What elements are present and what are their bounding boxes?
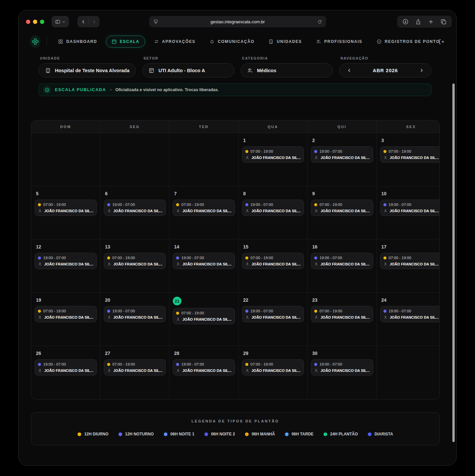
legend-color-dot	[324, 432, 327, 436]
shift-time: 07:00 - 19:00	[43, 309, 66, 313]
day-number: 23	[312, 297, 373, 303]
page-settings-icon[interactable]	[153, 19, 158, 24]
shift-event-card[interactable]: 19:00 - 07:00JOÃO FRANCISCO DA SIL...	[173, 359, 235, 376]
day-cell-8[interactable]: 819:00 - 07:00JOÃO FRANCISCO DA SIL...	[239, 186, 308, 239]
person-icon	[38, 262, 42, 266]
shift-event-card[interactable]: 07:00 - 19:00JOÃO FRANCISCO DA SIL...	[311, 200, 373, 216]
shift-event-card[interactable]: 07:00 - 19:00JOÃO FRANCISCO DA SIL...	[311, 306, 373, 322]
day-number: 10	[381, 191, 440, 196]
shift-event-card[interactable]: 19:00 - 07:00JOÃO FRANCISCO DA SIL...	[173, 253, 235, 269]
shift-event-card[interactable]: 07:00 - 19:00JOÃO FRANCISCO DA SIL...	[242, 359, 304, 376]
day-cell-5[interactable]: 507:00 - 19:00JOÃO FRANCISCO DA SIL...	[31, 186, 101, 239]
shift-event-card[interactable]: 19:00 - 07:00JOÃO FRANCISCO DA SIL...	[35, 253, 97, 269]
day-cell-17[interactable]: 1707:00 - 19:00JOÃO FRANCISCO DA SIL...	[377, 239, 440, 293]
nav-item-aprovacoes[interactable]: APROVAÇÕES	[148, 36, 201, 47]
shift-event-card[interactable]: 19:00 - 07:00JOÃO FRANCISCO DA SIL...	[311, 146, 373, 163]
forward-icon[interactable]	[89, 16, 99, 27]
shift-event-card[interactable]: 07:00 - 19:00JOÃO FRANCISCO DA SIL...	[173, 200, 235, 216]
day-cell-26[interactable]: 2619:00 - 07:00JOÃO FRANCISCO DA SIL...	[31, 346, 101, 399]
nav-item-comunicacao[interactable]: COMUNICAÇÃO	[204, 36, 260, 47]
day-cell-19[interactable]: 1907:00 - 19:00JOÃO FRANCISCO DA SIL...	[31, 293, 101, 346]
day-cell-24[interactable]: 2419:00 - 07:00JOÃO FRANCISCO DA SIL...	[377, 293, 440, 346]
shift-event-card[interactable]: 07:00 - 19:00JOÃO FRANCISCO DA SIL...	[380, 253, 440, 269]
shift-event-card[interactable]: 19:00 - 07:00JOÃO FRANCISCO DA SIL...	[311, 359, 373, 376]
minimize-window-button[interactable]	[33, 20, 37, 24]
shift-event-card[interactable]: 19:00 - 07:00JOÃO FRANCISCO DA SIL...	[104, 200, 166, 216]
shift-event-card[interactable]: 07:00 - 19:00JOÃO FRANCISCO DA SIL...	[104, 253, 166, 269]
day-cell-13[interactable]: 1307:00 - 19:00JOÃO FRANCISCO DA SIL...	[101, 239, 170, 293]
calendar-icon	[112, 39, 117, 44]
person-icon	[383, 209, 387, 213]
day-cell-23[interactable]: 2307:00 - 19:00JOÃO FRANCISCO DA SIL...	[308, 293, 377, 346]
day-cell-3[interactable]: 307:00 - 19:00JOÃO FRANCISCO DA SIL...	[377, 133, 440, 186]
day-cell-29[interactable]: 2907:00 - 19:00JOÃO FRANCISCO DA SIL...	[239, 346, 308, 399]
shift-event-card[interactable]: 07:00 - 19:00JOÃO FRANCISCO DA SIL...	[173, 308, 235, 324]
day-cell-30[interactable]: 3019:00 - 07:00JOÃO FRANCISCO DA SIL...	[308, 346, 377, 399]
person-icon	[107, 209, 111, 213]
check-circle-icon	[376, 39, 382, 44]
shift-event-card[interactable]: 19:00 - 07:00JOÃO FRANCISCO DA SIL...	[104, 306, 166, 322]
app-logo-icon[interactable]	[30, 35, 41, 48]
shift-event-card[interactable]: 07:00 - 19:00JOÃO FRANCISCO DA SIL...	[242, 146, 304, 163]
day-cell-1[interactable]: 107:00 - 19:00JOÃO FRANCISCO DA SIL...	[239, 133, 308, 186]
shift-event-card[interactable]: 07:00 - 19:00JOÃO FRANCISCO DA SIL...	[104, 359, 166, 376]
previous-month-icon[interactable]	[344, 66, 354, 76]
shift-time: 07:00 - 19:00	[113, 362, 135, 366]
person-icon	[38, 369, 42, 373]
day-cell-6[interactable]: 619:00 - 07:00JOÃO FRANCISCO DA SIL...	[101, 186, 170, 239]
day-cell-16[interactable]: 1619:00 - 07:00JOÃO FRANCISCO DA SIL...	[308, 239, 377, 293]
day-cell-20[interactable]: 2019:00 - 07:00JOÃO FRANCISCO DA SIL...	[101, 293, 170, 346]
legend-item: 24H PLANTÃO	[324, 432, 358, 436]
day-cell-14[interactable]: 1419:00 - 07:00JOÃO FRANCISCO DA SIL...	[169, 239, 239, 293]
vertical-scrollbar[interactable]	[452, 83, 455, 442]
legend-label: 12H DIURNO	[84, 432, 109, 436]
sidebar-toggle-button[interactable]	[52, 16, 69, 27]
new-tab-icon[interactable]	[424, 16, 437, 27]
day-cell-10[interactable]: 1019:00 - 07:00JOÃO FRANCISCO DA SIL...	[377, 186, 440, 239]
day-cell-2[interactable]: 219:00 - 07:00JOÃO FRANCISCO DA SIL...	[308, 133, 377, 186]
nav-items: DASHBOARDESCALAAPROVAÇÕESCOMUNICAÇÃOUNID…	[53, 36, 445, 48]
nav-item-registros[interactable]: REGISTROS DE PONTO	[371, 36, 445, 47]
nav-item-unidades[interactable]: UNIDADES	[263, 36, 307, 47]
shift-event-card[interactable]: 07:00 - 19:00JOÃO FRANCISCO DA SIL...	[35, 306, 97, 322]
downloads-icon[interactable]	[399, 16, 412, 27]
day-cell-12[interactable]: 1219:00 - 07:00JOÃO FRANCISCO DA SIL...	[31, 239, 101, 293]
history-nav	[78, 16, 100, 27]
reload-icon[interactable]	[317, 19, 322, 24]
nav-item-dashboard[interactable]: DASHBOARD	[53, 36, 102, 47]
nav-item-profissionais[interactable]: PROFISSIONAIS	[311, 36, 368, 47]
setor-select[interactable]: UTI Adulto - Bloco A	[142, 63, 234, 78]
shift-event-card[interactable]: 19:00 - 07:00JOÃO FRANCISCO DA SIL...	[242, 200, 304, 216]
categoria-select[interactable]: Médicos	[241, 63, 333, 78]
day-cell-21[interactable]: 2107:00 - 19:00JOÃO FRANCISCO DA SIL...	[169, 293, 239, 346]
tab-overview-icon[interactable]	[437, 16, 450, 27]
unidade-select[interactable]: Hospital de Teste Nova Alvorada	[39, 63, 136, 78]
shift-event-card[interactable]: 07:00 - 19:00JOÃO FRANCISCO DA SIL...	[35, 200, 97, 216]
zoom-window-button[interactable]	[40, 20, 44, 24]
day-cell-15[interactable]: 1507:00 - 19:00JOÃO FRANCISCO DA SIL...	[239, 239, 308, 293]
day-number: 22	[243, 297, 304, 303]
shift-event-card[interactable]: 07:00 - 19:00JOÃO FRANCISCO DA SIL...	[242, 253, 304, 269]
shift-event-card[interactable]: 07:00 - 19:00JOÃO FRANCISCO DA SIL...	[380, 146, 440, 163]
shift-event-card[interactable]: 19:00 - 07:00JOÃO FRANCISCO DA SIL...	[380, 200, 440, 216]
nav-item-escala[interactable]: ESCALA	[106, 36, 145, 48]
logout-button[interactable]	[438, 39, 444, 45]
day-cell-28[interactable]: 2819:00 - 07:00JOÃO FRANCISCO DA SIL...	[169, 346, 239, 399]
nav-item-label: PROFISSIONAIS	[324, 39, 362, 44]
back-icon[interactable]	[78, 16, 89, 27]
shift-event-card[interactable]: 19:00 - 07:00JOÃO FRANCISCO DA SIL...	[380, 306, 440, 322]
day-cell-9[interactable]: 907:00 - 19:00JOÃO FRANCISCO DA SIL...	[308, 186, 377, 239]
next-month-icon[interactable]	[416, 66, 426, 76]
close-window-button[interactable]	[26, 20, 30, 24]
shift-event-card[interactable]: 19:00 - 07:00JOÃO FRANCISCO DA SIL...	[311, 253, 373, 269]
divider	[89, 19, 89, 25]
address-bar[interactable]: gestao.integraescala.com.br	[149, 16, 326, 27]
shift-event-card[interactable]: 19:00 - 07:00JOÃO FRANCISCO DA SIL...	[242, 306, 304, 322]
unidade-value: Hospital de Teste Nova Alvorada	[55, 68, 129, 73]
share-icon[interactable]	[412, 16, 424, 27]
day-cell-22[interactable]: 2219:00 - 07:00JOÃO FRANCISCO DA SIL...	[239, 293, 308, 346]
day-cell-7[interactable]: 707:00 - 19:00JOÃO FRANCISCO DA SIL...	[169, 186, 239, 239]
url-text[interactable]: gestao.integraescala.com.br	[158, 19, 317, 24]
day-cell-27[interactable]: 2707:00 - 19:00JOÃO FRANCISCO DA SIL...	[101, 346, 170, 399]
shift-event-card[interactable]: 19:00 - 07:00JOÃO FRANCISCO DA SIL...	[35, 359, 97, 376]
